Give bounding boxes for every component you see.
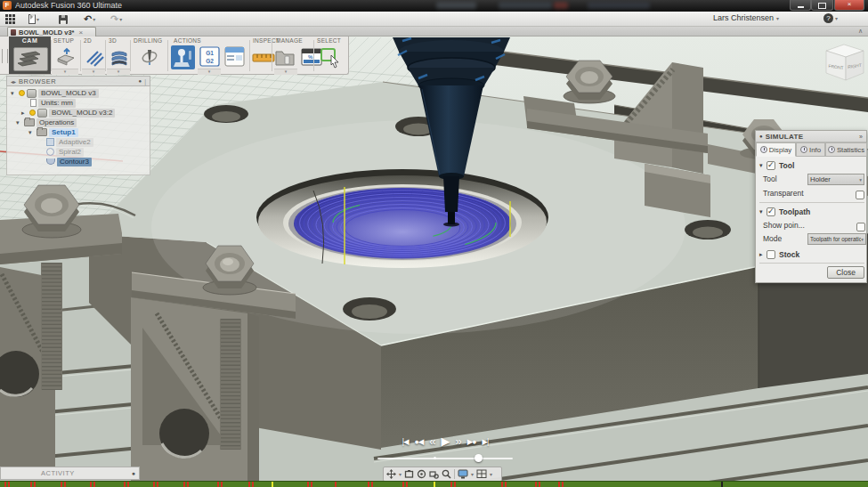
new-file-button[interactable]: ▾ xyxy=(28,13,39,25)
skip-to-end-button[interactable]: ▶| xyxy=(482,435,488,448)
transparent-checkbox[interactable] xyxy=(856,191,864,199)
expand-icon[interactable]: ▾ xyxy=(16,119,22,126)
3d-dropdown[interactable]: ▾ xyxy=(107,69,130,75)
2d-dropdown[interactable]: ▾ xyxy=(82,69,105,75)
next-operation-button[interactable]: ▶● xyxy=(467,435,476,448)
stock-section-header[interactable]: ▸ Stock xyxy=(756,248,866,261)
tool-dropdown[interactable]: Holder ▾ xyxy=(807,174,864,185)
tab-display[interactable]: Display xyxy=(756,142,796,157)
simulate-button-active[interactable] xyxy=(171,45,195,73)
cam-timeline-bar[interactable] xyxy=(0,481,868,487)
section-expand-icon[interactable]: ▾ xyxy=(759,162,767,169)
fit-icon[interactable] xyxy=(404,469,414,479)
tab-close-icon[interactable]: × xyxy=(79,28,84,37)
visibility-bulb-icon[interactable] xyxy=(19,90,25,96)
display-settings-icon[interactable] xyxy=(458,469,468,479)
orbit-icon[interactable] xyxy=(417,469,426,479)
expand-icon[interactable]: ▾ xyxy=(11,90,17,97)
new-setup-button[interactable] xyxy=(55,46,77,71)
redo-button[interactable]: ↷▾ xyxy=(110,13,122,25)
document-tab[interactable]: BOWL_MOLD v3* × xyxy=(7,27,96,37)
mode-dropdown[interactable]: Toolpath for operation ▾ xyxy=(807,233,866,245)
close-button[interactable]: × xyxy=(834,0,864,11)
tab-cam[interactable]: CAM xyxy=(9,37,51,74)
section-expand-icon[interactable]: ▸ xyxy=(759,251,767,258)
restore-button[interactable] xyxy=(811,0,833,11)
expand-icon[interactable]: ▸ xyxy=(21,110,28,117)
toolpath-checkbox[interactable] xyxy=(767,207,775,216)
3d-milling-button[interactable] xyxy=(109,46,130,71)
save-button[interactable] xyxy=(59,13,68,25)
options-dot-icon[interactable]: ● xyxy=(139,78,142,84)
section-label: Stock xyxy=(779,250,799,259)
skip-to-start-button[interactable]: |◀ xyxy=(402,435,409,448)
close-dialog-button[interactable]: Close xyxy=(827,266,864,279)
tree-item-contour3[interactable]: Contour3 xyxy=(7,157,189,166)
simulation-scrubber-track[interactable] xyxy=(377,458,513,459)
app-grid-button[interactable] xyxy=(5,13,15,25)
fusion-logo-icon: F xyxy=(3,1,12,10)
view-cube[interactable]: FRONT RIGHT xyxy=(826,45,864,80)
post-dropdown[interactable]: ▾ xyxy=(198,69,221,75)
play-button[interactable]: ▶ xyxy=(442,435,450,448)
ribbon-collapse-icon[interactable]: ∧ xyxy=(858,28,863,35)
tree-item-adaptive2[interactable]: Adaptive2 xyxy=(7,137,189,147)
toolpath-section-header[interactable]: ▾ Toolpath xyxy=(756,206,866,218)
viewport-layout-icon[interactable] xyxy=(476,469,487,479)
tree-item-component[interactable]: ▾ BOWL_MOLD v3 xyxy=(7,88,153,98)
tree-label[interactable]: Operations xyxy=(37,118,77,127)
setup-dropdown[interactable]: ▾ xyxy=(52,69,78,75)
timeline-tick xyxy=(183,482,185,487)
setup-sheet-button[interactable] xyxy=(224,46,245,70)
options-dot-icon[interactable]: ● xyxy=(132,470,135,476)
tab-info[interactable]: Info xyxy=(796,142,825,157)
tree-item-spiral2[interactable]: Spiral2 xyxy=(7,147,189,157)
visibility-bulb-icon[interactable] xyxy=(29,110,36,116)
tree-item-operations[interactable]: ▾ Operations xyxy=(7,118,158,127)
section-expand-icon[interactable]: ▾ xyxy=(759,208,767,215)
tree-item-setup1[interactable]: ▾ Setup1 xyxy=(7,127,171,137)
undo-button[interactable]: ↶▾ xyxy=(84,13,95,25)
fast-forward-button[interactable]: » xyxy=(456,435,461,448)
ribbon-drag-handle[interactable] xyxy=(2,49,8,63)
look-at-icon[interactable] xyxy=(429,469,439,479)
user-menu[interactable]: Lars Christensen▾ xyxy=(713,13,779,22)
help-menu[interactable]: ?▾ xyxy=(823,13,838,23)
tree-item-subcomponent[interactable]: ▸ BOWL_MOLD v3:2 xyxy=(7,108,164,118)
scrubber-marker xyxy=(434,457,436,459)
2d-milling-button[interactable] xyxy=(84,46,105,71)
zoom-icon[interactable] xyxy=(442,469,451,479)
tool-section-header[interactable]: ▾ Tool xyxy=(756,159,866,172)
select-button[interactable] xyxy=(320,46,342,72)
tree-label[interactable]: Contour3 xyxy=(57,158,92,166)
browser-header[interactable]: ◂▸ BROWSER ● | xyxy=(6,76,150,86)
drilling-button[interactable] xyxy=(139,46,160,71)
manage-dropdown[interactable]: ▾ xyxy=(274,69,297,75)
play-backward-button[interactable]: « xyxy=(429,435,434,448)
previous-operation-button[interactable]: ●◀ xyxy=(415,435,424,448)
dock-icon[interactable]: » xyxy=(859,134,863,140)
tool-library-button[interactable] xyxy=(274,46,296,71)
expand-icon[interactable]: ▾ xyxy=(28,129,35,136)
show-points-checkbox[interactable] xyxy=(856,223,865,231)
simulate-header[interactable]: ● SIMULATE » xyxy=(756,131,866,142)
tree-label[interactable]: Adaptive2 xyxy=(56,138,93,147)
tree-label[interactable]: BOWL_MOLD v3 xyxy=(38,89,99,98)
tool-checkbox[interactable] xyxy=(767,161,775,170)
scrubber-handle[interactable] xyxy=(475,454,483,462)
tree-label[interactable]: Spiral2 xyxy=(56,148,84,157)
minimize-button[interactable] xyxy=(790,0,811,11)
pan-icon[interactable] xyxy=(386,469,396,479)
ribbon-toolbar: CAM SETUP ▾ 2D ▾ 3D ▾ DRILLING ACTIONS xyxy=(0,37,349,75)
spiral-op-icon xyxy=(46,148,54,156)
tree-item-units[interactable]: Units: mm xyxy=(7,98,173,108)
timeline-tick xyxy=(8,482,10,487)
tree-label[interactable]: BOWL_MOLD v3:2 xyxy=(49,109,115,118)
tab-statistics[interactable]: Statistics xyxy=(825,142,867,157)
tree-label[interactable]: Units: mm xyxy=(38,99,76,108)
bowl-cavity[interactable] xyxy=(256,169,548,268)
post-process-button[interactable]: G1G2 xyxy=(199,46,220,70)
activity-panel-collapsed[interactable]: ACTIVITY ● xyxy=(0,467,140,480)
stock-checkbox[interactable] xyxy=(767,250,775,259)
tree-label[interactable]: Setup1 xyxy=(49,128,78,137)
